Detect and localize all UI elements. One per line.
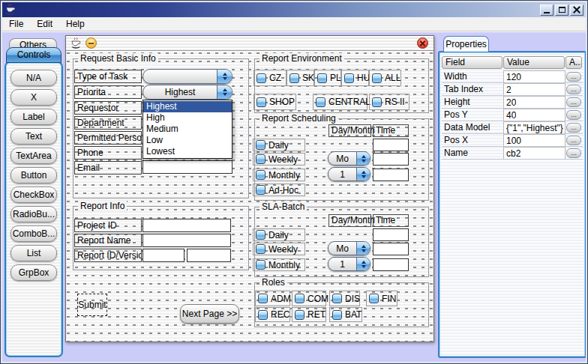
palette-button-x[interactable]: X [10,89,57,106]
column-header-a[interactable]: A... [566,56,582,69]
property-value: 100 [506,136,521,146]
type-of-task-combobox[interactable] [142,69,232,84]
palette-button-checkbox[interactable]: CheckBox [10,186,57,203]
property-value-cell[interactable]: cb2 [503,147,566,159]
checkbox-sla-weekly[interactable]: Weekly [253,243,305,255]
report-name-input[interactable] [142,234,231,247]
checkbox-rec[interactable]: REC [255,307,290,322]
property-value-cell[interactable]: 100 [503,134,566,146]
property-row-height: Height 20 ... [442,96,583,109]
palette-button-grpbox[interactable]: GrpBox [10,264,57,281]
priorita-combobox[interactable]: Highest [142,85,232,100]
checkbox-ret[interactable]: RET [292,307,326,322]
property-more-button[interactable]: ... [566,136,581,145]
property-value-cell[interactable]: 120 [503,70,566,82]
maximize-button[interactable] [555,4,568,16]
dropdown-item-highest[interactable]: Highest [143,101,232,112]
sched-monthly-day-combobox[interactable]: 1 [328,167,370,181]
menu-file[interactable]: File [2,17,30,31]
checkbox-fin[interactable]: FIN [366,291,398,306]
email-input[interactable] [142,160,232,174]
property-more-button[interactable]: ... [566,85,581,94]
palette-button-na[interactable]: N/A [10,70,57,86]
tab-properties[interactable]: Properties [443,36,489,52]
next-page-button[interactable]: Next Page >> [180,304,239,324]
sched-monthly-time-input[interactable] [373,169,409,181]
column-header-field[interactable]: Field [442,56,502,69]
checkbox-shop[interactable]: SHOP [254,94,296,110]
palette-button-combobox[interactable]: ComboB... [10,225,57,242]
checkbox-bat[interactable]: BAT [329,307,362,322]
sla-monthly-day-combobox[interactable]: 1 [328,257,370,271]
checkbox-com[interactable]: COM [292,291,326,306]
frame-minimize-button[interactable] [86,37,97,49]
dropdown-item-high[interactable]: High [143,112,232,124]
checkbox-sla-monthly[interactable]: Monthly [253,258,305,271]
palette-button-list[interactable]: List [10,245,57,261]
checkbox-label: Weekly [268,244,298,255]
dropdown-item-medium[interactable]: Medium [143,124,232,135]
checkbox-cz[interactable]: CZ [254,70,286,86]
checkbox-label: COM [308,294,328,304]
frame-close-button[interactable] [417,37,428,49]
project-id-input[interactable] [142,219,231,232]
property-value-cell[interactable]: 40 [503,109,566,121]
dropdown-item-lowest[interactable]: Lowest [143,146,232,157]
tab-controls[interactable]: Controls [6,47,62,63]
column-header-time: Time [373,214,409,227]
checkbox-sched-weekly[interactable]: Weekly [253,153,305,166]
checkbox-all[interactable]: ALL [369,70,401,86]
palette-button-button[interactable]: Button [10,167,57,183]
palette-button-label[interactable]: Label [10,109,57,125]
property-more-button[interactable]: ... [566,110,581,120]
checkbox-pl[interactable]: PL [314,70,341,86]
combo-value: Highest [143,85,217,99]
checkbox-sched-adhoc[interactable]: Ad-Hoc [253,183,305,196]
property-row-data-model: Data Model {"1","Highest"}... ... [442,121,583,134]
menu-edit[interactable]: Edit [30,17,59,31]
menu-help[interactable]: Help [59,17,92,31]
palette-button-text[interactable]: Text [10,128,57,145]
close-button[interactable] [570,4,584,16]
dropdown-item-low[interactable]: Low [143,135,232,146]
checkbox-dis[interactable]: DIS [329,291,360,306]
property-more-button[interactable]: ... [566,72,581,82]
checkbox-label: CZ [269,73,281,83]
report-version-input[interactable] [187,249,231,262]
checkbox-sched-monthly[interactable]: Monthly [253,169,305,181]
checkbox-sla-daily[interactable]: Daily [253,228,305,241]
checkbox-label: ADM [271,294,291,304]
property-value-cell[interactable]: {"1","Highest"}... [503,121,566,133]
submit-button[interactable]: Submit [77,294,107,316]
sla-daily-time-input[interactable] [373,228,409,241]
report-id-input[interactable] [142,249,184,262]
minimize-button[interactable] [540,4,554,16]
checkbox-icon [316,97,326,107]
checkbox-sk[interactable]: SK [286,70,314,86]
property-field: Data Model [444,122,490,133]
palette-button-radiobutton[interactable]: RadioBu... [10,206,57,222]
checkbox-sched-daily[interactable]: Daily [253,139,305,151]
checkbox-rsii[interactable]: RS II [369,94,410,110]
sched-weekly-time-input[interactable] [373,153,409,166]
property-value-cell[interactable]: 2 [503,83,566,95]
property-more-button[interactable]: ... [566,123,581,133]
sla-monthly-time-input[interactable] [373,258,409,271]
property-value-cell[interactable]: 20 [503,96,566,108]
property-more-button[interactable]: ... [566,97,581,107]
sla-weekly-day-combobox[interactable]: Mo [328,241,370,255]
column-header-value[interactable]: Value [503,56,565,69]
checkbox-hu[interactable]: HU [341,70,369,86]
properties-panel: Properties Field Value A... Width 120 ..… [438,35,586,358]
sched-daily-time-input[interactable] [373,139,409,151]
checkbox-central[interactable]: CENTRAL [313,94,368,110]
group-title: SLA-Batch [260,201,307,212]
checkbox-adm[interactable]: ADM [255,291,290,306]
sched-weekly-day-combobox[interactable]: Mo [328,151,370,166]
checkbox-icon [258,310,268,320]
property-more-button[interactable]: ... [566,148,581,158]
property-row-name: Name cb2 ... [442,147,583,160]
sla-weekly-time-input[interactable] [373,243,409,255]
palette-button-textarea[interactable]: TextArea [10,148,57,164]
column-header-day-month: Day/Month [328,214,371,227]
